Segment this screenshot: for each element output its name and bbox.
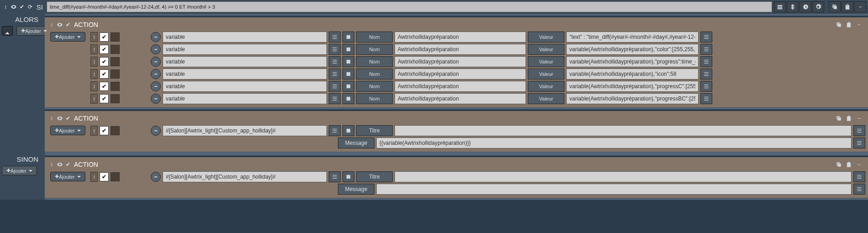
valeur-input[interactable] — [566, 81, 699, 92]
options-icon[interactable] — [342, 69, 354, 79]
parallel-checkbox[interactable] — [110, 94, 120, 103]
eye-icon[interactable] — [56, 114, 64, 122]
remove-action-button[interactable]: − — [151, 57, 161, 67]
valeur-input[interactable] — [566, 44, 699, 55]
remove-action-button[interactable]: − — [151, 81, 161, 91]
remove-icon[interactable]: − — [854, 1, 866, 12]
nom-input[interactable] — [395, 69, 526, 79]
remove-icon[interactable]: − — [854, 20, 863, 29]
remove-action-button[interactable]: − — [151, 32, 161, 42]
check-icon[interactable]: ✔ — [18, 3, 26, 11]
nom-input[interactable] — [395, 44, 526, 55]
options-icon[interactable] — [342, 125, 354, 136]
edit-icon[interactable] — [700, 56, 712, 67]
si-expression-input[interactable] — [47, 1, 772, 12]
parallel-checkbox[interactable] — [110, 172, 120, 181]
valeur-input[interactable] — [566, 56, 699, 67]
paste-icon[interactable] — [842, 1, 853, 12]
copy-icon[interactable] — [834, 20, 843, 29]
eye-icon[interactable] — [56, 160, 64, 169]
command-input[interactable] — [163, 171, 327, 182]
copy-icon[interactable] — [829, 1, 841, 12]
paste-icon[interactable] — [844, 160, 853, 169]
valeur-input[interactable] — [566, 32, 699, 42]
options-icon[interactable] — [342, 56, 354, 67]
select-cmd-icon[interactable] — [329, 69, 341, 79]
sinon-ajouter-button[interactable]: ✚ Ajouter — [2, 166, 37, 175]
copy-icon[interactable] — [834, 114, 843, 123]
history-icon[interactable] — [800, 1, 811, 12]
nom-input[interactable] — [395, 93, 526, 104]
parallel-checkbox[interactable] — [110, 82, 120, 91]
message-input[interactable] — [376, 184, 852, 195]
enable-checkbox[interactable]: ✔ — [100, 69, 109, 79]
nom-input[interactable] — [395, 56, 526, 67]
action-ajouter-button[interactable]: ✚ Ajouter — [50, 126, 85, 135]
options-icon[interactable] — [342, 93, 354, 104]
collapse-up-button[interactable] — [2, 26, 13, 36]
drag-icon[interactable]: ↕ — [47, 114, 56, 122]
drag-handle[interactable]: ↕ — [90, 44, 98, 54]
edit-icon[interactable] — [853, 184, 865, 195]
edit-icon[interactable] — [853, 171, 865, 182]
nom-input[interactable] — [395, 32, 526, 42]
options-icon[interactable] — [342, 81, 354, 92]
enable-checkbox[interactable]: ✔ — [100, 32, 109, 42]
select-cmd-icon[interactable] — [329, 32, 341, 42]
options-icon[interactable] — [342, 171, 354, 182]
command-input[interactable] — [163, 44, 327, 55]
command-input[interactable] — [163, 93, 327, 104]
action-ajouter-button[interactable]: ✚ Ajouter — [50, 172, 85, 181]
drag-handle[interactable]: ↕ — [90, 172, 98, 182]
select-cmd-icon[interactable] — [329, 56, 341, 67]
scenario-icon[interactable] — [774, 1, 786, 12]
select-cmd-icon[interactable] — [329, 125, 341, 136]
enable-checkbox[interactable]: ✔ — [100, 82, 109, 91]
valeur-input[interactable] — [566, 93, 699, 104]
edit-icon[interactable] — [853, 125, 865, 136]
nom-input[interactable] — [395, 81, 526, 92]
drag-handle[interactable]: ↕ — [90, 32, 98, 42]
drag-handle[interactable]: ↕ — [90, 69, 98, 79]
edit-icon[interactable] — [700, 93, 712, 104]
enable-checkbox[interactable]: ✔ — [100, 172, 109, 181]
enable-checkbox[interactable]: ✔ — [100, 126, 109, 135]
remove-action-button[interactable]: − — [151, 44, 161, 54]
remove-action-button[interactable]: − — [151, 172, 161, 182]
edit-icon[interactable] — [700, 44, 712, 55]
options-icon[interactable] — [342, 44, 354, 55]
drag-handle[interactable]: ↕ — [90, 126, 98, 136]
parallel-checkbox[interactable] — [110, 69, 120, 79]
command-input[interactable] — [163, 125, 327, 136]
enable-checkbox[interactable]: ✔ — [100, 45, 109, 54]
paste-icon[interactable] — [844, 20, 853, 29]
remove-icon[interactable]: − — [854, 160, 863, 169]
message-input[interactable] — [376, 138, 852, 148]
parallel-checkbox[interactable] — [110, 57, 120, 66]
drag-handle[interactable]: ↕ — [90, 94, 98, 104]
paste-icon[interactable] — [844, 114, 853, 123]
drag-icon[interactable]: ↕ — [47, 160, 56, 169]
command-input[interactable] — [163, 32, 327, 42]
enable-checkbox[interactable]: ✔ — [100, 57, 109, 66]
eye-icon[interactable] — [56, 21, 64, 29]
command-input[interactable] — [163, 56, 327, 67]
plugin-icon[interactable] — [787, 1, 799, 12]
command-input[interactable] — [163, 69, 327, 79]
command-input[interactable] — [163, 81, 327, 92]
eye-icon[interactable] — [10, 3, 17, 11]
valeur-input[interactable] — [566, 69, 699, 79]
edit-icon[interactable] — [853, 138, 865, 148]
titre-input[interactable] — [395, 171, 852, 182]
gear-icon[interactable] — [812, 1, 824, 12]
edit-icon[interactable] — [700, 81, 712, 92]
drag-handle[interactable]: ↕ — [90, 81, 98, 91]
check-icon[interactable]: ✔ — [64, 114, 72, 122]
select-cmd-icon[interactable] — [329, 44, 341, 55]
titre-input[interactable] — [395, 125, 852, 136]
select-cmd-icon[interactable] — [329, 171, 341, 182]
remove-action-button[interactable]: − — [151, 126, 161, 136]
parallel-checkbox[interactable] — [110, 126, 120, 135]
edit-icon[interactable] — [700, 32, 712, 42]
drag-handle[interactable]: ↕ — [90, 57, 98, 67]
